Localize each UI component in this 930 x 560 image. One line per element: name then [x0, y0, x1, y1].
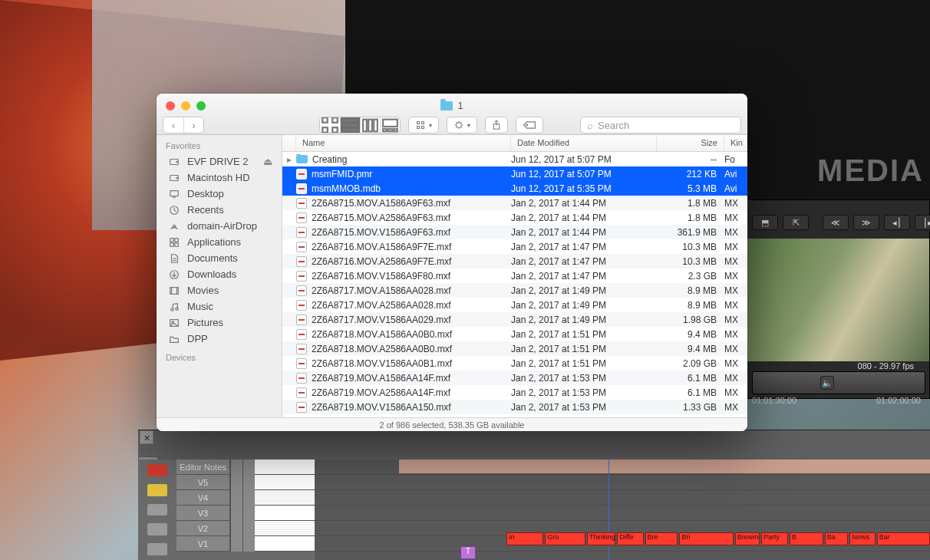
file-row[interactable]: 2Z6A8719.MOV.A2586AA14F.mxfJan 2, 2017 a… — [282, 385, 747, 400]
tags-button[interactable] — [516, 117, 543, 133]
finder-titlebar[interactable]: 1 ‹ › ▾ ▾ ⌕ Search — [157, 94, 747, 135]
sidebar-item-downloads[interactable]: Downloads — [157, 266, 282, 282]
tool-extract-icon[interactable] — [147, 543, 167, 555]
col-size[interactable]: Size — [657, 135, 724, 151]
file-row[interactable]: 2Z6A8717.MOV.A2586AA028.mxfJan 2, 2017 a… — [282, 298, 747, 312]
track-solo-button[interactable] — [242, 475, 255, 490]
file-row[interactable]: 2Z6A8715.MOV.A2586A9F63.mxfJan 2, 2017 a… — [282, 210, 747, 225]
sidebar-item-macintosh-hd[interactable]: Macintosh HD — [157, 170, 282, 186]
sidebar-item-recents[interactable]: Recents — [157, 202, 282, 218]
timeline-clip[interactable]: Party — [761, 532, 788, 545]
file-size: 2.09 GB — [657, 358, 724, 369]
svg-line-38 — [174, 210, 176, 212]
track-solo-button[interactable] — [242, 536, 255, 552]
arrange-button[interactable]: ▾ — [408, 117, 439, 133]
sidebar-item-evf-drive-2[interactable]: EVF DRIVE 2⏏ — [157, 153, 282, 170]
timeline-clip[interactable]: Thinking — [587, 532, 616, 545]
track-solo-button[interactable] — [242, 506, 255, 521]
mark-out-button[interactable]: ⇱ — [783, 215, 809, 230]
file-row[interactable]: 2Z6A8716.MOV.A1586A9F7E.mxfJan 2, 2017 a… — [282, 239, 747, 254]
file-row[interactable]: 2Z6A8718.MOV.V1586AA0B1.mxfJan 2, 2017 a… — [282, 356, 747, 371]
sidebar-item-desktop[interactable]: Desktop — [157, 186, 282, 202]
search-field[interactable]: ⌕ Search — [580, 117, 741, 133]
track-solo-button[interactable] — [242, 521, 255, 536]
file-date: Jun 12, 2017 at 5:35 PM — [511, 183, 657, 194]
back-button[interactable]: ‹ — [163, 117, 183, 133]
file-size: 8.9 MB — [657, 285, 724, 296]
file-row[interactable]: msmFMID.pmrJun 12, 2017 at 5:07 PM212 KB… — [282, 166, 747, 181]
icon-view-button[interactable] — [320, 117, 340, 133]
track-mute-button[interactable] — [230, 521, 242, 536]
track-row-v2[interactable]: V2 — [176, 521, 315, 536]
timeline-clip[interactable]: Bri — [679, 532, 733, 545]
file-row[interactable]: 2Z6A8716.MOV.A2586A9F7E.mxfJan 2, 2017 a… — [282, 254, 747, 268]
track-mute-button[interactable] — [230, 490, 242, 506]
timeline-clip[interactable]: Brewing — [735, 532, 760, 545]
sidebar-item-domain-airdrop[interactable]: domain-AirDrop — [157, 218, 282, 234]
timeline-close-button[interactable]: ✕ — [140, 430, 153, 444]
timeline-clip[interactable]: Gro — [545, 532, 585, 545]
col-date[interactable]: Date Modified — [511, 135, 657, 151]
file-row[interactable]: 2Z6A8717.MOV.A1586AA028.mxfJan 2, 2017 a… — [282, 283, 747, 298]
svg-rect-14 — [417, 122, 420, 124]
track-row-v4[interactable]: V4 — [176, 490, 315, 506]
forward-button[interactable]: ≫ — [853, 215, 879, 230]
sidebar-item-music[interactable]: Music — [157, 298, 282, 315]
track-mute-button[interactable] — [230, 506, 242, 521]
track-row-v3[interactable]: V3 — [176, 506, 315, 521]
file-row[interactable]: 2Z6A8715.MOV.A1586A9F63.mxfJan 2, 2017 a… — [282, 196, 747, 210]
sidebar-item-pictures[interactable]: Pictures — [157, 315, 282, 331]
track-mute-button[interactable] — [230, 536, 242, 552]
column-view-button[interactable] — [360, 117, 380, 133]
tool-lift-icon[interactable] — [147, 523, 167, 535]
timeline-clip[interactable]: News — [849, 532, 875, 545]
tool-overwrite-icon[interactable] — [147, 464, 167, 476]
file-row[interactable]: 2Z6A8718.MOV.A2586AA0B0.mxfJan 2, 2017 a… — [282, 341, 747, 356]
timeline-clip[interactable]: Bar — [877, 532, 930, 545]
col-name[interactable]: Name — [296, 135, 511, 151]
sidebar-item-documents[interactable]: Documents — [157, 250, 282, 266]
tool-insert-icon[interactable] — [147, 484, 167, 496]
sidebar-item-dpp[interactable]: DPP — [157, 331, 282, 347]
timeline-clip[interactable]: In — [506, 532, 543, 545]
file-row[interactable]: msmMMOB.mdbJun 12, 2017 at 5:35 PM5.3 MB… — [282, 181, 747, 196]
mark-in-button[interactable]: ⬒ — [752, 215, 778, 230]
file-date: Jan 2, 2017 at 1:44 PM — [511, 212, 657, 223]
sidebar-item-applications[interactable]: Applications — [157, 234, 282, 250]
col-kind[interactable]: Kin — [724, 135, 747, 151]
title-marker[interactable]: T — [460, 546, 476, 559]
svg-line-23 — [456, 122, 457, 123]
timeline-clip[interactable]: B — [790, 532, 823, 545]
forward-button[interactable]: › — [183, 117, 203, 133]
gallery-view-button[interactable] — [380, 117, 400, 133]
timeline-clip[interactable]: Diffe — [617, 532, 643, 545]
editor-notes-row[interactable]: Editor Notes — [176, 460, 315, 475]
file-row[interactable]: ▸CreatingJun 12, 2017 at 5:07 PM--Fo — [282, 152, 747, 166]
file-row[interactable]: 2Z6A8716.MOV.V1586A9F80.mxfJan 2, 2017 a… — [282, 268, 747, 283]
step-forward-button[interactable]: ⎮▸ — [915, 215, 930, 230]
file-row[interactable]: 2Z6A8718.MOV.A1586AA0B0.mxfJan 2, 2017 a… — [282, 327, 747, 341]
file-row[interactable]: 2Z6A8719.MOV.A1586AA14F.mxfJan 2, 2017 a… — [282, 371, 747, 385]
eject-icon[interactable]: ⏏ — [263, 156, 272, 167]
timeline-clip[interactable]: Ba — [825, 532, 849, 545]
track-row-v1[interactable]: V1 — [176, 536, 315, 552]
track-mute-button[interactable] — [230, 475, 242, 490]
file-row[interactable]: 2Z6A8719.MOV.V1586AA150.mxfJan 2, 2017 a… — [282, 400, 747, 414]
track-row-v5[interactable]: V5 — [176, 475, 315, 490]
timeline-clip[interactable]: Bre — [645, 532, 678, 545]
track-solo-button[interactable] — [242, 490, 255, 506]
rewind-button[interactable]: ≪ — [823, 215, 849, 230]
file-row[interactable]: 2Z6A8717.MOV.V1586AA029.mxfJan 2, 2017 a… — [282, 312, 747, 327]
tool-replace-icon[interactable] — [147, 504, 167, 516]
speaker-icon[interactable]: 🔈 — [820, 376, 834, 390]
disclosure-triangle[interactable]: ▸ — [282, 154, 296, 165]
viewer-scrubber[interactable]: 🔈 — [752, 371, 925, 394]
tracks-area[interactable]: InGroThinkingDiffeBreBriBrewingPartyBBaN… — [315, 460, 930, 560]
step-back-button[interactable]: ◂⎮ — [884, 215, 910, 230]
file-row[interactable]: 2Z6A8715.MOV.V1586A9F63.mxfJan 2, 2017 a… — [282, 225, 747, 239]
action-button[interactable]: ▾ — [447, 117, 477, 133]
sidebar-item-movies[interactable]: Movies — [157, 282, 282, 298]
track-label: V2 — [176, 521, 230, 535]
list-view-button[interactable] — [340, 117, 360, 133]
share-button[interactable] — [485, 117, 508, 133]
